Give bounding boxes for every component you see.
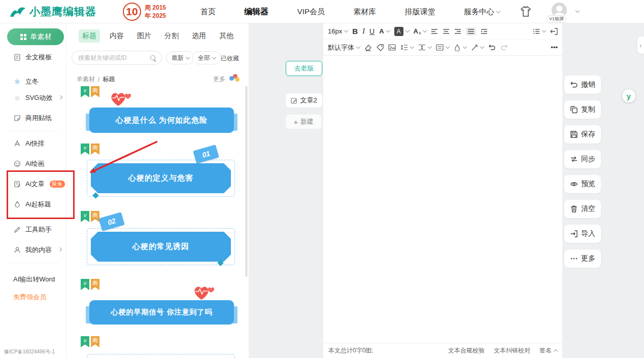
sidebar-item-single-material[interactable]: 单素材	[7, 28, 64, 45]
nav-vip[interactable]: VIP会员	[297, 7, 325, 17]
anniversary-line2: 年 2025	[145, 12, 166, 20]
nav-service-center[interactable]: 服务中心	[464, 7, 500, 17]
clear-format-button[interactable]: Ax	[414, 27, 427, 35]
align-left-button[interactable]	[431, 28, 438, 34]
main-nav: 首页 编辑器 VIP会员 素材库 排版课堂 服务中心	[200, 0, 500, 23]
sidebar-item-templates[interactable]: 全文模板	[0, 50, 66, 65]
sidebar-item-ai-to-word[interactable]: AI输出转Word	[0, 272, 66, 287]
sidebar-divider	[7, 263, 58, 263]
more-button[interactable]: 更多	[564, 249, 601, 268]
title-banner[interactable]: 心梗的早期信号 你注意到了吗	[89, 300, 234, 325]
list-style-button[interactable]	[533, 28, 546, 34]
sidebar-item-ai-title[interactable]: Ai起标题	[0, 197, 66, 212]
bold-button[interactable]: B	[352, 27, 358, 35]
undo-button[interactable]: 撤销	[564, 76, 601, 94]
sidebar-item-ai-paint[interactable]: Ai绘画	[0, 156, 66, 171]
margin-button[interactable]	[436, 44, 449, 51]
new-document-button[interactable]: + 新建	[286, 115, 321, 129]
align-center-button[interactable]	[443, 28, 450, 34]
document-tab[interactable]: 文章2	[286, 93, 322, 108]
sidebar-item-stickers[interactable]: 商用贴纸	[0, 111, 66, 126]
compliance-check-link[interactable]: 文本合规校验	[448, 346, 485, 355]
format-toolbar-row1: 16px B I U A A Ax	[323, 23, 562, 40]
font-family-select[interactable]: 默认字体	[328, 43, 360, 52]
sidebar-item-tools[interactable]: 工具助手	[0, 222, 66, 237]
favorites-filter[interactable]: 已收藏	[221, 54, 239, 63]
clear-button[interactable]: 清空	[564, 200, 601, 218]
line-height-button[interactable]	[400, 44, 414, 51]
search-input[interactable]	[72, 54, 150, 61]
vip-ribbon-icon: ν	[81, 86, 89, 97]
tab-image[interactable]: 图片	[133, 29, 155, 43]
title-banner[interactable]: 心梗的常见诱因	[91, 232, 231, 262]
font-color-button[interactable]: A	[379, 27, 389, 35]
tab-other[interactable]: 其他	[216, 29, 237, 43]
sidebar-item-my-content[interactable]: 我的内容	[0, 242, 66, 258]
italic-button[interactable]: I	[362, 27, 365, 35]
material-card[interactable]: ν 商 心梗的常见诱因 02	[66, 211, 245, 274]
export-layout-icon[interactable]	[550, 28, 558, 35]
undo-icon[interactable]	[488, 44, 496, 51]
material-card[interactable]: ν 商 心梗是什么 为何如此危险	[66, 86, 245, 137]
tshirt-icon[interactable]	[520, 6, 532, 17]
preview-button[interactable]: 预览	[564, 175, 601, 193]
image-icon[interactable]	[388, 44, 396, 51]
water-drop-button[interactable]	[454, 44, 466, 51]
copy-button[interactable]: 复制	[564, 100, 601, 119]
vip-ribbon-icon: ν	[81, 144, 89, 155]
title-banner[interactable]: 心梗是什么 为何如此危险	[89, 108, 234, 133]
nav-classroom[interactable]: 排版课堂	[405, 7, 435, 17]
card-badges: ν 商	[81, 279, 99, 290]
tab-divider[interactable]: 分割	[161, 29, 182, 43]
import-button[interactable]: 导入	[564, 225, 601, 243]
material-card[interactable]: ν 商 心梗的早期信号 你注意到了吗	[66, 279, 245, 330]
more-link[interactable]: 更多	[213, 75, 225, 84]
redo-icon[interactable]	[500, 44, 508, 51]
palette-icon[interactable]	[229, 74, 241, 83]
signature-toggle[interactable]: 签名	[539, 346, 557, 355]
nav-editor[interactable]: 编辑器	[244, 7, 268, 17]
tab-quote[interactable]: 选用	[188, 29, 210, 43]
highlight-color-button[interactable]: A	[394, 27, 409, 36]
tag-icon[interactable]	[377, 44, 384, 51]
align-justify-button[interactable]	[466, 27, 476, 35]
editor-canvas[interactable]	[323, 56, 562, 343]
copy-icon	[570, 105, 578, 114]
customer-service-button[interactable]: y	[622, 89, 635, 102]
sync-button[interactable]: 同步	[564, 150, 601, 168]
sidebar-item-ai-article[interactable]: Ai文章 限免	[0, 176, 66, 192]
nav-home[interactable]: 首页	[200, 7, 216, 17]
font-size-select[interactable]: 16px	[328, 27, 348, 35]
sidebar-item-ai-layout[interactable]: Ai快排	[0, 136, 66, 151]
nav-library[interactable]: 素材库	[353, 7, 376, 17]
anniversary-line1: 周 2015	[145, 4, 166, 12]
indent-button[interactable]	[481, 28, 488, 34]
tab-title[interactable]: 标题	[79, 29, 100, 43]
diagonal-line-button[interactable]	[471, 44, 484, 51]
caret-down-icon	[480, 45, 484, 49]
scrollbar-thumb[interactable]	[245, 86, 248, 277]
save-button[interactable]: 保存	[564, 125, 601, 144]
material-card[interactable]: ν 商 心梗的定义与危害 01	[66, 144, 245, 206]
underline-button[interactable]: U	[369, 27, 375, 35]
search-icon[interactable]	[150, 55, 155, 60]
eraser-icon[interactable]	[364, 44, 372, 51]
material-search[interactable]	[72, 51, 162, 65]
scope-dropdown[interactable]: 全部	[192, 51, 221, 64]
app-logo[interactable]: 小墨鹰编辑器	[9, 4, 96, 19]
panel-collapse-handle[interactable]: ‹	[637, 37, 644, 54]
toolbar-more-button[interactable]: •••	[551, 44, 558, 51]
tab-content[interactable]: 内容	[106, 29, 127, 43]
title-banner[interactable]: 心梗的定义与危害	[91, 163, 231, 193]
snowflake-icon	[13, 78, 21, 85]
paragraph-spacing-button[interactable]	[418, 44, 431, 51]
material-card[interactable]: ν 商	[66, 336, 245, 358]
align-right-button[interactable]	[454, 28, 461, 34]
proofread-link[interactable]: 文本纠错校对	[494, 346, 530, 355]
breadcrumb-root[interactable]: 单素材	[77, 75, 95, 84]
sidebar-item-free-membership[interactable]: 免费领会员	[0, 290, 66, 305]
legacy-version-button[interactable]: 去老版	[286, 61, 322, 76]
sidebar-item-lidong[interactable]: 立冬	[0, 74, 66, 89]
sidebar-item-svg-effects[interactable]: ☆ SVG动效	[0, 90, 66, 105]
sort-dropdown[interactable]: 最新	[166, 51, 195, 64]
